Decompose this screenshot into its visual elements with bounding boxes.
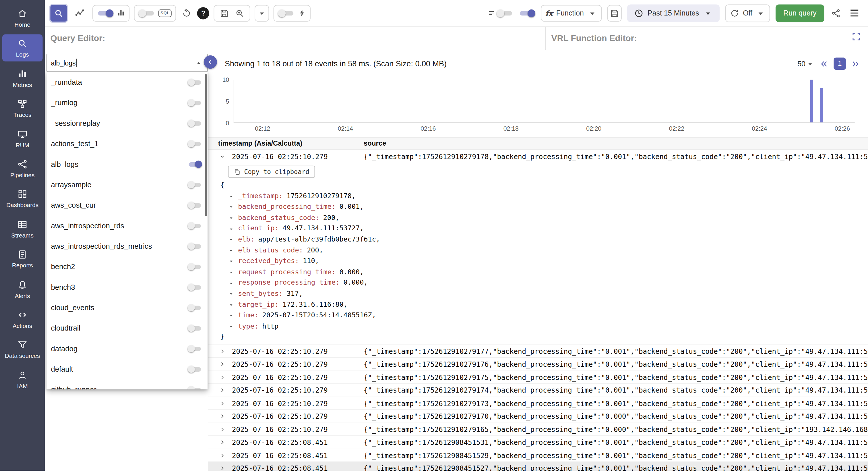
chevron-down-icon[interactable] (219, 153, 227, 159)
log-row[interactable]: 2025-07-16 02:25:08.451 {"_timestamp":17… (208, 436, 868, 449)
prev-page-button[interactable] (819, 59, 829, 68)
log-row[interactable]: 2025-07-16 02:25:10.279 {"_timestamp":17… (208, 371, 868, 384)
stream-search-input[interactable]: alb_logs (46, 54, 208, 72)
sidebar-item-dashboards[interactable]: Dashboards (2, 185, 43, 212)
histogram-toggle[interactable] (97, 9, 114, 18)
field-expand-icon[interactable] (228, 247, 236, 254)
share-button[interactable] (830, 7, 842, 19)
chevron-right-icon[interactable] (219, 413, 227, 419)
stream-option-rumdata[interactable]: _rumdata (46, 72, 208, 92)
stream-option-aws-introspection-rds[interactable]: aws_introspection_rds (46, 215, 208, 236)
stream-option-rumlog[interactable]: _rumlog (46, 92, 208, 113)
help-button[interactable]: ? (197, 7, 209, 19)
stream-toggle[interactable] (188, 78, 202, 86)
stream-option-actions-test-1[interactable]: actions_test_1 (46, 134, 208, 154)
field-expand-icon[interactable] (228, 280, 236, 286)
stream-toggle[interactable] (188, 98, 202, 107)
stream-option-bench3[interactable]: bench3 (46, 277, 208, 297)
search-mode-button[interactable] (50, 5, 67, 21)
save-function-button[interactable] (607, 5, 621, 21)
chevron-right-icon[interactable] (219, 400, 227, 406)
run-query-button[interactable]: Run query (776, 4, 825, 22)
stream-option-bench2[interactable]: bench2 (46, 257, 208, 277)
fullscreen-button[interactable] (851, 32, 861, 42)
timestamp-column-header[interactable]: timestamp (Asia/Calcutta) (208, 140, 364, 147)
field-expand-icon[interactable] (228, 204, 236, 210)
stream-toggle[interactable] (188, 345, 202, 353)
field-expand-icon[interactable] (228, 291, 236, 297)
sidebar-item-pipelines[interactable]: Pipelines (2, 155, 43, 182)
field-expand-icon[interactable] (228, 313, 236, 319)
vrl-editor-toggle[interactable] (519, 9, 535, 18)
stream-toggle[interactable] (188, 263, 202, 271)
sidebar-item-rum[interactable]: RUM (2, 125, 43, 152)
stream-toggle[interactable] (188, 324, 202, 332)
function-dropdown[interactable]: fx Function (541, 5, 601, 21)
stream-toggle[interactable] (188, 365, 202, 373)
field-expand-icon[interactable] (228, 323, 236, 329)
log-row[interactable]: 2025-07-16 02:25:10.279 {"_timestamp":17… (208, 345, 868, 358)
log-row[interactable]: 2025-07-16 02:25:08.451 {"_timestamp":17… (208, 449, 868, 462)
stream-option-datadog[interactable]: datadog (46, 338, 208, 359)
field-expand-icon[interactable] (228, 302, 236, 308)
sidebar-item-logs[interactable]: Logs (2, 34, 43, 61)
chevron-right-icon[interactable] (219, 426, 227, 432)
field-expand-icon[interactable] (228, 259, 236, 265)
wrap-lines-toggle[interactable] (497, 9, 513, 18)
sidebar-item-iam[interactable]: IAM (2, 366, 43, 393)
stream-toggle[interactable] (188, 303, 202, 312)
page-size-select[interactable]: 50 (797, 59, 814, 68)
stream-option-cloud-events[interactable]: cloud_events (46, 297, 208, 318)
stream-toggle[interactable] (188, 201, 202, 209)
stream-toggle[interactable] (188, 160, 202, 168)
stream-option-arraysample[interactable]: arraysample (46, 175, 208, 195)
stream-toggle[interactable] (188, 181, 202, 189)
quick-mode-toggle[interactable] (278, 9, 295, 18)
field-expand-icon[interactable] (228, 237, 236, 243)
time-range-button[interactable]: Past 15 Minutes (627, 4, 719, 22)
stream-toggle[interactable] (188, 140, 202, 148)
auto-refresh-dropdown[interactable]: Off (725, 4, 770, 22)
stream-option-cloudtrail[interactable]: cloudtrail (46, 318, 208, 338)
log-row[interactable]: 2025-07-16 02:25:08.451 {"_timestamp":17… (208, 462, 868, 471)
dropdown-scrollbar[interactable] (205, 74, 207, 216)
save-search-button[interactable] (218, 7, 230, 19)
current-page[interactable]: 1 (834, 58, 846, 70)
stream-toggle[interactable] (188, 283, 202, 291)
field-expand-icon[interactable] (228, 215, 236, 221)
stream-toggle[interactable] (188, 242, 202, 251)
sidebar-item-metrics[interactable]: Metrics (2, 65, 43, 91)
log-row[interactable]: 2025-07-16 02:25:10.279 {"_timestamp":17… (208, 384, 868, 397)
field-expand-icon[interactable] (228, 269, 236, 275)
stream-option-aws-introspection-rds-metrics[interactable]: aws_introspection_rds_metrics (46, 236, 208, 257)
stream-option-aws-cost-cur[interactable]: aws_cost_cur (46, 195, 208, 215)
copy-to-clipboard-button[interactable]: Copy to clipboard (228, 166, 315, 178)
stream-option-sessionreplay[interactable]: _sessionreplay (46, 113, 208, 133)
stream-toggle[interactable] (188, 119, 202, 127)
sidebar-item-actions[interactable]: Actions (2, 306, 43, 332)
log-row[interactable]: 2025-07-16 02:25:10.279 {"_timestamp":17… (208, 397, 868, 410)
stream-option-alb-logs[interactable]: alb_logs (46, 154, 208, 174)
chevron-right-icon[interactable] (219, 361, 227, 367)
chevron-right-icon[interactable] (219, 452, 227, 459)
stream-option-default[interactable]: default (46, 359, 208, 379)
field-expand-icon[interactable] (228, 193, 236, 199)
log-row[interactable]: 2025-07-16 02:25:10.279 {"_timestamp":17… (208, 423, 868, 436)
chevron-right-icon[interactable] (219, 387, 227, 393)
menu-button[interactable] (848, 6, 861, 20)
sidebar-item-alerts[interactable]: Alerts (2, 276, 43, 302)
stream-toggle[interactable] (188, 222, 202, 230)
log-row-expanded[interactable]: 2025-07-16 02:25:10.279 {"_timestamp":17… (208, 150, 868, 163)
log-row[interactable]: 2025-07-16 02:25:10.279 {"_timestamp":17… (208, 358, 868, 371)
saved-views-expand[interactable] (255, 5, 269, 21)
collapse-panel-button[interactable] (204, 55, 217, 69)
saved-views-button[interactable] (234, 7, 246, 19)
chevron-right-icon[interactable] (219, 348, 227, 354)
reset-button[interactable] (181, 7, 193, 19)
visualize-button[interactable] (71, 5, 88, 21)
sidebar-item-data-sources[interactable]: Data sources (2, 336, 43, 363)
chevron-right-icon[interactable] (219, 439, 227, 445)
sidebar-item-traces[interactable]: Traces (2, 95, 43, 121)
log-row[interactable]: 2025-07-16 02:25:10.279 {"_timestamp":17… (208, 410, 868, 423)
sql-mode-toggle[interactable] (138, 9, 155, 18)
